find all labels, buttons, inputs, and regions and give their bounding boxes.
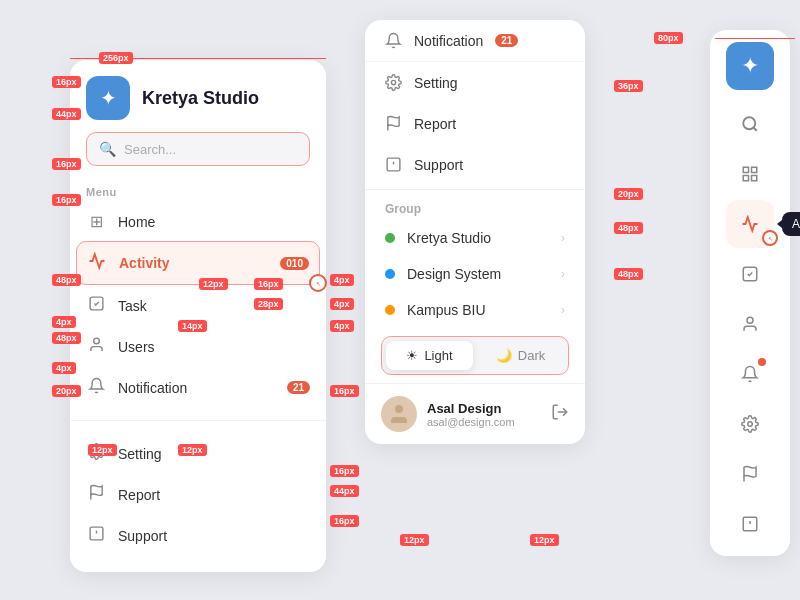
theme-toggle[interactable]: ☀ Light 🌙 Dark — [381, 336, 569, 375]
cursor: ↖ — [309, 274, 327, 292]
right-grid-icon — [741, 165, 759, 183]
mid-notification-icon — [385, 32, 402, 49]
right-support-btn[interactable] — [726, 500, 774, 548]
dim-48px-2: 48px — [52, 332, 81, 344]
dim-line-right — [715, 38, 795, 39]
sidebar-item-report[interactable]: Report — [86, 474, 310, 515]
cursor-right: ↖ — [762, 230, 778, 246]
right-users-btn[interactable] — [726, 300, 774, 348]
right-notification-btn[interactable] — [726, 350, 774, 398]
right-task-btn[interactable] — [726, 250, 774, 298]
logout-icon[interactable] — [551, 403, 569, 425]
light-label: Light — [424, 348, 452, 363]
user-profile-row[interactable]: Asal Design asal@design.com — [365, 383, 585, 444]
mid-report-icon — [385, 115, 402, 132]
sidebar-item-users[interactable]: Users — [86, 326, 310, 367]
report-label: Report — [118, 487, 310, 503]
sidebar-item-activity[interactable]: Activity 010 ↖ — [76, 241, 320, 285]
kretya-dot — [385, 233, 395, 243]
right-notification-icon — [741, 365, 759, 383]
right-search-btn[interactable] — [726, 100, 774, 148]
svg-rect-18 — [743, 176, 748, 181]
kretya-label: Kretya Studio — [407, 230, 561, 246]
svg-rect-16 — [743, 167, 748, 172]
dim-16px-mid: 16px — [330, 385, 359, 397]
dim-16px-mid-3: 16px — [330, 515, 359, 527]
mid-notification-item[interactable]: Notification 21 — [365, 20, 585, 62]
right-search-icon — [741, 115, 759, 133]
home-label: Home — [118, 214, 310, 230]
right-icon-panel: ✦ Activity ↖ — [710, 30, 790, 556]
mid-divider — [365, 189, 585, 190]
user-info: Asal Design asal@design.com — [427, 401, 541, 428]
support-label: Support — [118, 528, 310, 544]
mid-setting-label: Setting — [414, 75, 458, 91]
notification-badge: 21 — [287, 381, 310, 394]
design-dot — [385, 269, 395, 279]
sidebar-item-notification[interactable]: Notification 21 — [86, 367, 310, 408]
sidebar-item-support[interactable]: Support — [86, 515, 310, 556]
activity-badge: 010 — [280, 257, 309, 270]
group-label: Group — [365, 194, 585, 220]
menu-section: Menu ⊞ Home Activity 010 ↖ T — [70, 178, 326, 416]
dim-48px-right: 48px — [614, 222, 643, 234]
dim-12px-mid-bot-1: 12px — [400, 534, 429, 546]
home-icon: ⊞ — [86, 212, 106, 231]
theme-light-btn[interactable]: ☀ Light — [386, 341, 473, 370]
right-support-icon — [741, 515, 759, 533]
dim-16px-activity: 16px — [254, 278, 283, 290]
sidebar-item-home[interactable]: ⊞ Home — [86, 202, 310, 241]
brand-logo: ✦ — [86, 76, 130, 120]
right-users-icon — [741, 315, 759, 333]
svg-point-21 — [747, 317, 753, 323]
task-icon — [86, 295, 106, 316]
search-bar[interactable]: 🔍 Search... — [86, 132, 310, 166]
dim-44px: 44px — [52, 108, 81, 120]
theme-dark-btn[interactable]: 🌙 Dark — [477, 341, 564, 370]
dim-12px-bot-1: 12px — [88, 444, 117, 456]
right-brand-logo: ✦ — [726, 42, 774, 90]
dim-28px: 28px — [254, 298, 283, 310]
dim-20px-right: 20px — [614, 188, 643, 200]
mid-notification-badge: 21 — [495, 34, 518, 47]
support-icon — [86, 525, 106, 546]
menu-label: Menu — [86, 186, 310, 198]
dim-48px-1: 48px — [52, 274, 81, 286]
moon-icon: 🌙 — [496, 348, 512, 363]
right-activity-icon — [741, 215, 759, 233]
right-setting-btn[interactable] — [726, 400, 774, 448]
kampus-dot — [385, 305, 395, 315]
user-name: Asal Design — [427, 401, 541, 416]
design-label: Design System — [407, 266, 561, 282]
search-icon: 🔍 — [99, 141, 116, 157]
kampus-arrow: › — [561, 303, 565, 317]
activity-icon — [87, 252, 107, 274]
brand-row: ✦ Kretya Studio — [86, 76, 310, 120]
dim-16px-1: 16px — [52, 76, 81, 88]
mid-setting-item[interactable]: Setting — [365, 62, 585, 103]
right-setting-icon — [741, 415, 759, 433]
group-design[interactable]: Design System › — [365, 256, 585, 292]
setting-label: Setting — [118, 446, 310, 462]
right-grid-btn[interactable] — [726, 150, 774, 198]
right-activity-btn[interactable]: Activity ↖ — [726, 200, 774, 248]
svg-point-12 — [395, 405, 403, 413]
activity-label: Activity — [119, 255, 268, 271]
dim-12px-activity: 12px — [199, 278, 228, 290]
dim-4px-1: 4px — [52, 316, 76, 328]
sun-icon: ☀ — [406, 348, 418, 363]
kretya-arrow: › — [561, 231, 565, 245]
kampus-label: Kampus BIU — [407, 302, 561, 318]
group-kretya[interactable]: Kretya Studio › — [365, 220, 585, 256]
dark-label: Dark — [518, 348, 545, 363]
dim-80px: 80px — [654, 32, 683, 44]
group-kampus[interactable]: Kampus BIU › — [365, 292, 585, 328]
dim-44px-mid: 44px — [330, 485, 359, 497]
svg-point-22 — [748, 422, 753, 427]
mid-support-item[interactable]: Support — [365, 144, 585, 185]
mid-report-item[interactable]: Report — [365, 103, 585, 144]
dim-16px-3: 16px — [52, 194, 81, 206]
middle-panel: Notification 21 Setting Report Support G… — [365, 20, 585, 444]
right-report-btn[interactable] — [726, 450, 774, 498]
svg-rect-17 — [752, 167, 757, 172]
